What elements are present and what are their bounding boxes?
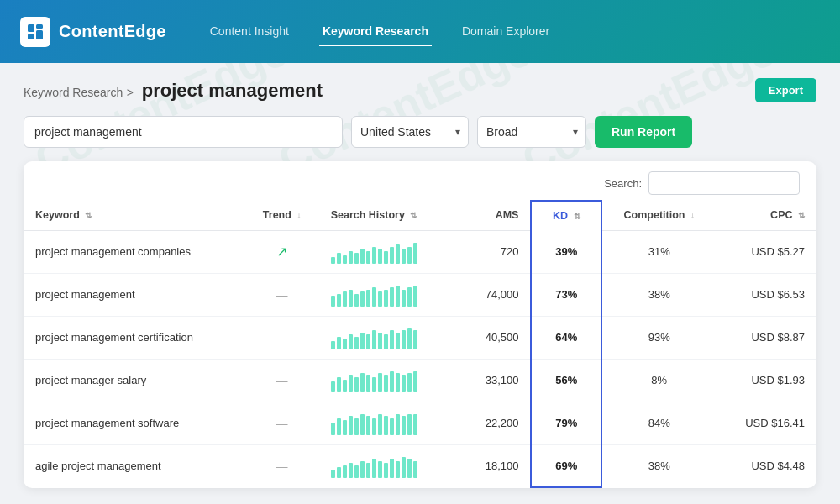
trend-flat-icon: — [276,417,288,430]
competition-sort-icon: ↓ [690,211,695,220]
trend-flat-icon: — [276,331,288,344]
bar [402,330,406,349]
bar [349,290,353,307]
cell-cpc: USD $4.48 [716,444,816,487]
bar [384,251,388,264]
cell-keyword: project management certification [24,316,245,359]
cell-competition: 8% [601,359,716,402]
mini-bar-chart [331,454,439,478]
bar [372,459,376,478]
trend-flat-icon: — [276,459,288,473]
bar [372,377,376,392]
cell-trend: — [245,359,319,402]
cell-cpc: USD $5.27 [716,230,816,273]
export-button[interactable]: Export [755,78,816,102]
cell-trend: — [245,273,319,316]
cell-ams: 22,200 [451,402,532,444]
cell-competition: 38% [601,444,716,487]
bar [337,377,341,392]
bar [378,461,382,478]
bar [372,418,376,435]
bar [413,286,417,307]
breadcrumb-separator: > [127,86,137,99]
bar [378,291,382,307]
bar [390,287,394,307]
bar [390,418,394,435]
filter-bar: United States Canada United Kingdom Aust… [24,116,816,148]
cell-kd: 73% [531,273,601,316]
col-header-cpc[interactable]: CPC ⇅ [716,201,816,230]
match-type-select[interactable]: Broad Exact Phrase [477,116,586,148]
bar [407,287,412,307]
table-top-bar: Search: [24,161,816,200]
bar [343,291,347,307]
mini-bar-chart [331,412,439,435]
bar [413,371,417,392]
trend-flat-icon: — [276,374,288,387]
nav-keyword-research[interactable]: Keyword Research [319,18,432,46]
bar [378,373,382,392]
bar [372,330,376,349]
match-type-select-wrapper: Broad Exact Phrase [477,116,586,148]
cell-search-history [319,316,451,359]
cell-keyword: project management software [24,402,245,444]
mini-bar-chart [331,369,439,392]
bar [337,467,341,478]
bar [366,463,370,478]
bar [366,334,370,349]
logo-area: ContentEdge [20,17,166,47]
history-sort-icon: ⇅ [410,211,417,220]
bar [402,416,406,435]
bar [390,459,394,478]
bar [354,253,359,264]
col-header-keyword[interactable]: Keyword ⇅ [24,201,245,230]
bar [407,328,412,349]
bar [384,416,388,435]
bar [366,290,370,307]
cell-ams: 74,000 [451,273,532,316]
main-content: ContentEdge ContentEdge ContentEdge Cont… [0,63,840,503]
col-header-kd[interactable]: KD ⇅ [531,201,601,230]
table-row: project management—74,00073%38%USD $6.53 [24,273,816,316]
bar [349,416,353,435]
bar [413,330,417,349]
mini-bar-chart [331,326,439,349]
svg-rect-3 [36,30,43,39]
bar [378,333,382,349]
bar [343,339,347,349]
bar [384,334,388,349]
run-report-button[interactable]: Run Report [595,116,692,148]
col-header-search-history[interactable]: Search History ⇅ [319,201,451,230]
bar [366,375,370,392]
cell-search-history [319,402,451,444]
bar [354,337,359,349]
bar [390,371,394,392]
table-search-input[interactable] [648,171,800,195]
cell-keyword: project management companies [24,230,245,273]
results-table: Keyword ⇅ Trend ↓ Search History ⇅ AMS [24,200,816,488]
country-select[interactable]: United States Canada United Kingdom Aust… [351,116,469,148]
bar [360,249,365,264]
col-header-competition[interactable]: Competition ↓ [601,201,716,230]
bar [384,463,388,478]
bar [402,375,406,392]
bar [331,341,335,349]
cell-cpc: USD $6.53 [716,273,816,316]
cell-keyword: project manager salary [24,359,245,402]
bar [390,330,394,349]
nav-domain-explorer[interactable]: Domain Explorer [459,18,553,46]
col-header-trend[interactable]: Trend ↓ [245,201,319,230]
svg-rect-1 [28,34,34,39]
cell-trend: — [245,316,319,359]
cell-search-history [319,230,451,273]
bar [407,373,412,392]
breadcrumb-area: Keyword Research > project management Ex… [24,78,816,102]
bar [366,416,370,435]
cell-trend: — [245,444,319,487]
nav-content-insight[interactable]: Content Insight [207,18,292,46]
bar [372,247,376,264]
trend-up-icon: ↗ [276,244,287,259]
col-header-ams[interactable]: AMS [451,201,532,230]
bar [331,257,335,264]
keyword-search-input[interactable] [24,116,343,148]
